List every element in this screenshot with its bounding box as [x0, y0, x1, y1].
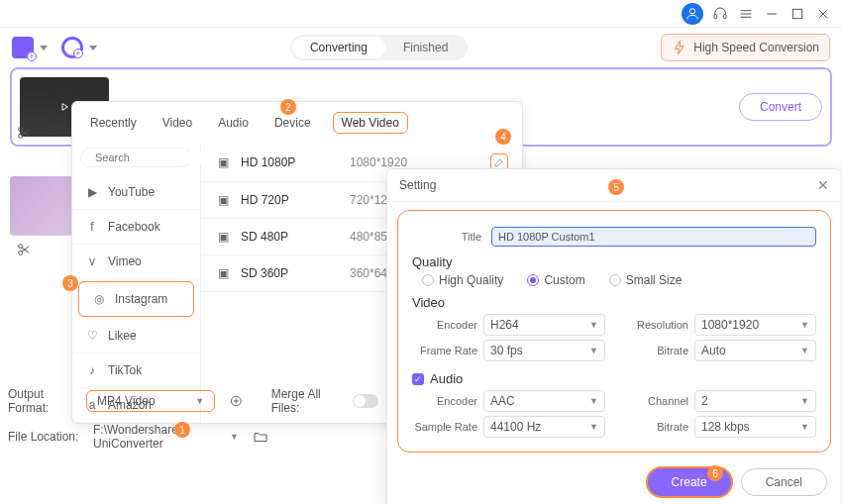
instagram-icon: ◎ — [91, 291, 107, 307]
video-section: Video — [412, 295, 816, 310]
chevron-down-icon: ▼ — [800, 346, 809, 355]
svg-marker-4 — [62, 104, 67, 111]
format-icon: ▣ — [215, 154, 231, 170]
tab-device[interactable]: Device — [270, 113, 315, 133]
add-dvd-button[interactable]: + — [61, 37, 83, 58]
folder-icon[interactable] — [253, 429, 268, 445]
chevron-down-icon: ▼ — [589, 396, 598, 406]
video-bitrate-select[interactable]: Auto▼ — [694, 340, 816, 361]
callout-2: 2 — [280, 99, 296, 115]
chevron-down-icon: ▼ — [800, 320, 809, 330]
chevron-down-icon: ▼ — [800, 422, 809, 432]
svg-rect-2 — [723, 14, 726, 18]
vimeo-icon: v — [84, 253, 100, 269]
radio-small-size[interactable]: Small Size — [609, 273, 683, 287]
format-icon: ▣ — [215, 229, 231, 245]
svg-rect-3 — [792, 9, 801, 18]
title-bar — [0, 0, 842, 28]
title-label: Title — [412, 231, 481, 243]
compress-icon[interactable] — [229, 393, 244, 409]
add-dvd-dropdown[interactable] — [89, 46, 97, 50]
chevron-down-icon: ▼ — [195, 396, 204, 406]
headset-icon[interactable] — [711, 5, 729, 23]
tab-finished[interactable]: Finished — [385, 37, 466, 58]
callout-4: 4 — [495, 129, 511, 145]
resolution-select[interactable]: 1080*1920▼ — [694, 314, 816, 336]
settings-dialog: Setting ✕ Title Quality High Quality Cus… — [386, 168, 842, 504]
chevron-down-icon: ▼ — [589, 422, 598, 432]
high-speed-label: High Speed Conversion — [693, 41, 819, 54]
add-file-button[interactable]: + — [12, 37, 34, 58]
add-file-dropdown[interactable] — [40, 46, 48, 50]
tab-converting[interactable]: Converting — [292, 37, 385, 58]
merge-label: Merge All Files: — [271, 387, 346, 415]
search-box[interactable] — [80, 148, 192, 167]
sidebar-item-likee[interactable]: ♡Likee — [72, 319, 200, 353]
output-format-label: Output Format: — [8, 387, 78, 415]
callout-5: 5 — [608, 179, 624, 195]
account-avatar[interactable] — [682, 3, 703, 25]
audio-checkbox[interactable]: ✓Audio — [412, 371, 816, 386]
youtube-icon: ▶ — [84, 184, 100, 200]
framerate-select[interactable]: 30 fps▼ — [483, 340, 605, 361]
settings-title: Setting — [399, 178, 436, 192]
chevron-down-icon: ▼ — [589, 346, 598, 355]
tab-web-video[interactable]: Web Video — [333, 112, 408, 134]
file-location-value: F:\Wondershare UniConverter — [93, 423, 222, 451]
callout-6: 6 — [707, 465, 723, 481]
bottom-bar: Output Format: MP4 Video▼ Merge All File… — [0, 383, 386, 454]
merge-toggle[interactable] — [353, 394, 378, 408]
sidebar-item-instagram[interactable]: ◎Instagram — [78, 281, 194, 317]
close-settings-icon[interactable]: ✕ — [817, 177, 829, 193]
chevron-down-icon[interactable]: ▼ — [230, 432, 239, 442]
quality-section: Quality — [412, 254, 816, 269]
samplerate-select[interactable]: 44100 Hz▼ — [483, 416, 605, 438]
trim-icon[interactable] — [16, 125, 38, 147]
chevron-down-icon: ▼ — [800, 396, 809, 406]
svg-rect-1 — [714, 14, 717, 18]
close-icon[interactable] — [814, 5, 832, 23]
tab-video[interactable]: Video — [158, 113, 196, 133]
toolbar: + + Converting Finished High Speed Conve… — [0, 28, 842, 67]
likee-icon: ♡ — [84, 328, 100, 344]
format-icon: ▣ — [215, 192, 231, 208]
tiktok-icon: ♪ — [84, 362, 100, 378]
status-segmented: Converting Finished — [290, 35, 468, 60]
facebook-icon: f — [84, 219, 100, 235]
tab-audio[interactable]: Audio — [214, 113, 253, 133]
svg-point-0 — [689, 8, 694, 13]
convert-button[interactable]: Convert — [739, 93, 822, 121]
chevron-down-icon: ▼ — [589, 320, 598, 330]
callout-3: 3 — [62, 275, 78, 291]
radio-custom[interactable]: Custom — [527, 273, 584, 287]
radio-high-quality[interactable]: High Quality — [422, 273, 503, 287]
tab-recently[interactable]: Recently — [86, 113, 141, 133]
minimize-icon[interactable] — [763, 5, 781, 23]
format-icon: ▣ — [215, 265, 231, 281]
high-speed-button[interactable]: High Speed Conversion — [661, 34, 830, 61]
sidebar-item-facebook[interactable]: fFacebook — [72, 210, 200, 245]
trim-icon-2[interactable] — [16, 242, 38, 263]
audio-bitrate-select[interactable]: 128 kbps▼ — [694, 416, 816, 438]
popup-sidebar: ▶YouTube fFacebook vVimeo ◎Instagram ♡Li… — [72, 144, 201, 423]
video-encoder-select[interactable]: H264▼ — [483, 314, 605, 336]
title-input[interactable] — [491, 227, 816, 247]
sidebar-item-youtube[interactable]: ▶YouTube — [72, 175, 200, 210]
sidebar-item-vimeo[interactable]: vVimeo — [72, 245, 200, 279]
callout-1: 1 — [174, 422, 190, 438]
output-format-select[interactable]: MP4 Video▼ — [86, 390, 215, 412]
cancel-button[interactable]: Cancel — [741, 468, 827, 496]
file-location-label: File Location: — [8, 430, 85, 444]
maximize-icon[interactable] — [789, 5, 806, 23]
menu-icon[interactable] — [737, 5, 755, 23]
channel-select[interactable]: 2▼ — [694, 390, 816, 412]
audio-encoder-select[interactable]: AAC▼ — [483, 390, 605, 412]
